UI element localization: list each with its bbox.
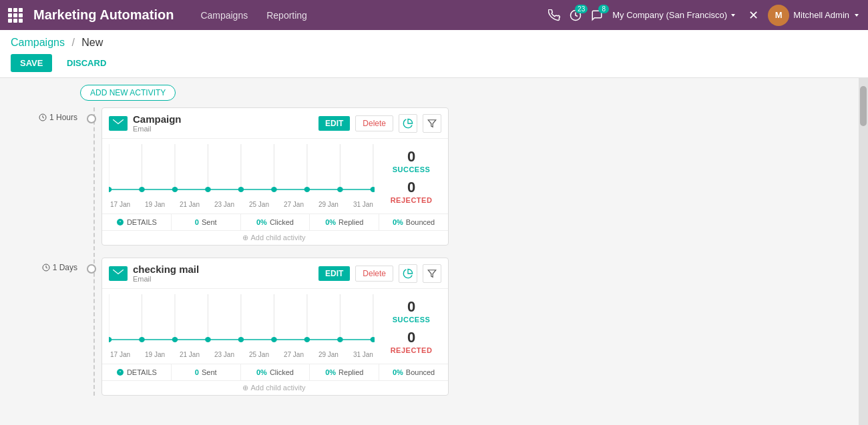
svg-point-40 (205, 337, 211, 342)
timeline-dot-1 (87, 114, 96, 123)
details-btn-1[interactable]: DETAILS (102, 214, 172, 230)
breadcrumb-current: New (81, 37, 103, 48)
topnav: Marketing Automation Campaigns Reporting… (0, 0, 868, 30)
card-header-2: checking mail Email EDIT Delete (102, 258, 448, 289)
details-btn-2[interactable]: DETAILS (102, 364, 172, 380)
add-child-btn-2[interactable]: ⊕Add child activity (102, 380, 448, 395)
chart-dates-1: 17 Jan 19 Jan 21 Jan 23 Jan 25 Jan 27 Ja… (109, 201, 375, 208)
activity-card-2: checking mail Email EDIT Delete (101, 258, 449, 396)
content-area: ADD NEW ACTIVITY 1 Hours (0, 78, 859, 425)
chart-stats-1: 17 Jan 19 Jan 21 Jan 23 Jan 25 Jan 27 Ja… (109, 144, 441, 208)
user-menu[interactable]: M Mitchell Admin (768, 5, 860, 26)
card-body-2: 17 Jan 19 Jan 21 Jan 23 Jan 25 Jan 27 Ja… (102, 289, 448, 364)
breadcrumb-parent[interactable]: Campaigns (11, 37, 65, 48)
company-selector[interactable]: My Company (San Francisco) (612, 10, 736, 20)
email-icon-2 (109, 266, 128, 281)
clicked-stat-1[interactable]: 0% Clicked (241, 214, 310, 230)
success-stat-1: 0 SUCCESS (393, 148, 431, 173)
phone-icon-btn[interactable] (548, 9, 560, 21)
sent-stat-1[interactable]: 0 Sent (172, 214, 241, 230)
clock-icon-btn[interactable]: 23 (570, 9, 582, 21)
edit-button-1[interactable]: EDIT (318, 116, 350, 131)
scrollbar-track[interactable] (859, 78, 868, 425)
svg-point-22 (337, 187, 343, 192)
clock-icon-2 (42, 264, 50, 272)
pie-chart-button-2[interactable] (399, 264, 417, 283)
svg-point-19 (238, 187, 244, 192)
sent-stat-2[interactable]: 0 Sent (172, 364, 241, 380)
card-title-2: checking mail (133, 264, 313, 275)
close-company-btn[interactable]: ✕ (748, 8, 758, 23)
svg-point-38 (139, 337, 145, 342)
filter-button-2[interactable] (423, 264, 441, 283)
replied-stat-1[interactable]: 0% Replied (310, 214, 379, 230)
line-chart-1 (109, 144, 375, 197)
chat-badge: 8 (598, 5, 609, 13)
bounced-stat-1[interactable]: 0% Bounced (379, 214, 448, 230)
card-subtitle-1: Email (133, 125, 313, 133)
timeline-item: 1 Hours Campaign Email (13, 107, 852, 246)
grid-menu-icon[interactable] (8, 8, 23, 23)
card-header-1: Campaign Email EDIT Delete (102, 108, 448, 139)
svg-point-44 (337, 337, 343, 342)
svg-point-15 (109, 187, 112, 192)
replied-stat-2[interactable]: 0% Replied (310, 364, 379, 380)
clock-icon (39, 113, 47, 121)
card-title-1: Campaign (133, 113, 313, 125)
scrollbar-thumb[interactable] (860, 86, 867, 126)
delete-button-2[interactable]: Delete (355, 266, 393, 282)
pie-chart-button-1[interactable] (399, 114, 417, 133)
svg-point-23 (371, 187, 375, 192)
card-footer-2: DETAILS 0 Sent 0% Clicked 0% Replied (102, 364, 448, 380)
card-title-area-1: Campaign Email (133, 113, 313, 133)
edit-button-2[interactable]: EDIT (318, 266, 350, 281)
email-icon-1 (109, 116, 128, 131)
svg-point-17 (172, 187, 178, 192)
svg-point-39 (172, 337, 178, 342)
rejected-stat-1: 0 REJECTED (391, 179, 433, 204)
delete-button-1[interactable]: Delete (355, 115, 393, 131)
chat-icon-btn[interactable]: 8 (591, 9, 603, 21)
svg-point-21 (304, 187, 310, 192)
svg-point-16 (139, 187, 145, 192)
svg-point-41 (238, 337, 244, 342)
clicked-stat-2[interactable]: 0% Clicked (241, 364, 310, 380)
action-buttons: SAVE DISCARD (11, 54, 857, 72)
svg-point-20 (271, 187, 277, 192)
save-button[interactable]: SAVE (11, 54, 52, 72)
stats-area-1: 0 SUCCESS 0 REJECTED (381, 144, 441, 208)
user-avatar: M (768, 5, 789, 26)
card-subtitle-2: Email (133, 275, 313, 283)
discard-button[interactable]: DISCARD (57, 54, 116, 72)
chart-stats-2: 17 Jan 19 Jan 21 Jan 23 Jan 25 Jan 27 Ja… (109, 294, 441, 358)
nav-campaigns[interactable]: Campaigns (200, 10, 248, 21)
topnav-right: 23 8 My Company (San Francisco) ✕ M Mitc… (548, 5, 860, 26)
svg-point-45 (371, 337, 375, 342)
svg-marker-2 (855, 14, 859, 17)
add-child-btn-1[interactable]: ⊕Add child activity (102, 230, 448, 245)
main-content: ADD NEW ACTIVITY 1 Hours (0, 78, 868, 425)
breadcrumb-sep: / (71, 37, 74, 48)
chart-area-2: 17 Jan 19 Jan 21 Jan 23 Jan 25 Jan 27 Ja… (109, 294, 375, 358)
stats-area-2: 0 SUCCESS 0 REJECTED (381, 294, 441, 358)
svg-point-18 (205, 187, 211, 192)
svg-marker-1 (731, 14, 735, 17)
svg-marker-5 (428, 119, 436, 127)
card-title-area-2: checking mail Email (133, 264, 313, 283)
svg-marker-27 (428, 270, 436, 277)
timeline-label-1: 1 Hours (13, 107, 87, 122)
breadcrumb: Campaigns / New (11, 37, 857, 49)
svg-point-42 (271, 337, 277, 342)
page-header: Campaigns / New SAVE DISCARD (0, 30, 868, 78)
svg-point-43 (304, 337, 310, 342)
topnav-links: Campaigns Reporting (200, 10, 548, 21)
nav-reporting[interactable]: Reporting (266, 10, 307, 21)
bounced-stat-2[interactable]: 0% Bounced (379, 364, 448, 380)
line-chart-2 (109, 294, 375, 348)
app-title: Marketing Automation (33, 7, 174, 23)
success-stat-2: 0 SUCCESS (393, 298, 431, 324)
svg-point-37 (109, 337, 112, 342)
add-new-activity-button[interactable]: ADD NEW ACTIVITY (80, 85, 176, 101)
filter-button-1[interactable] (423, 114, 441, 133)
activity-card-1: Campaign Email EDIT Delete (101, 107, 449, 246)
